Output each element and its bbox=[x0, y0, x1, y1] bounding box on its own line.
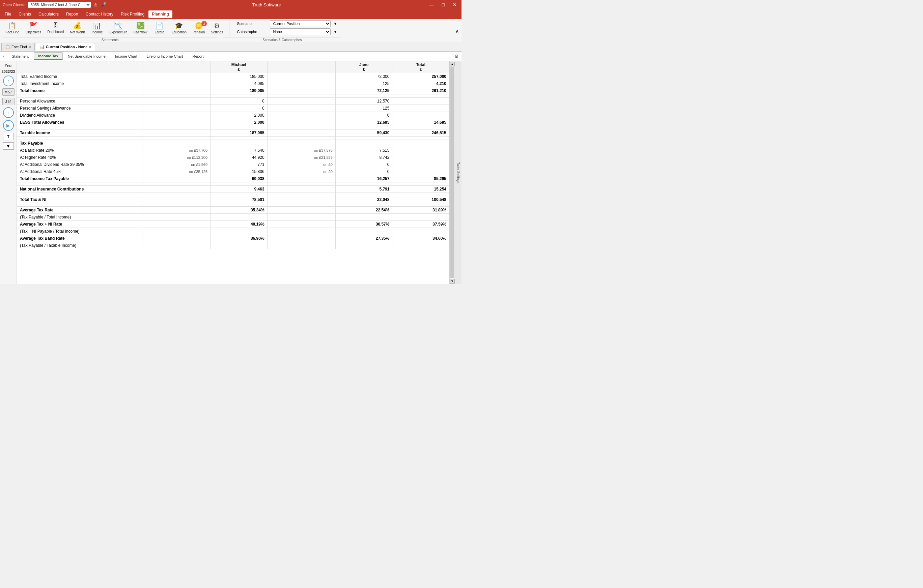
table-row: At Additional Dividend Rate 39.35%on £1,… bbox=[17, 161, 449, 168]
income-label: Income bbox=[92, 30, 103, 34]
maximize-button[interactable]: □ bbox=[440, 2, 447, 8]
menu-item-clients[interactable]: Clients bbox=[15, 10, 34, 18]
tool-income[interactable]: 📊 Income bbox=[89, 20, 106, 35]
header-note bbox=[142, 61, 210, 73]
settings-label: Settings bbox=[211, 30, 223, 34]
sec-tab-lifelong-income[interactable]: Lifelong Income Chart bbox=[142, 52, 187, 60]
current-position-tab-label: Current Position - None bbox=[46, 45, 87, 49]
menu-item-planning[interactable]: Planning bbox=[148, 10, 172, 18]
table-row bbox=[17, 94, 449, 98]
header-total: Total£ bbox=[393, 61, 449, 73]
person-m-badge: M 57 bbox=[2, 88, 15, 96]
current-position-tab-close[interactable]: ✕ bbox=[89, 45, 92, 49]
fact-find-label: Fact Find bbox=[5, 30, 20, 34]
menu-item-file[interactable]: File bbox=[2, 10, 15, 18]
table-row: At Higher Rate 40%on £112,30044,920on £2… bbox=[17, 154, 449, 161]
menu-item-risk-profiling[interactable]: Risk Profiling bbox=[117, 10, 148, 18]
sec-tab-statement[interactable]: Statement bbox=[7, 52, 33, 60]
header-jane: Jane£ bbox=[335, 61, 393, 73]
tool-cashflow[interactable]: 💹 Cashflow bbox=[131, 20, 150, 35]
person-m-age: 57 bbox=[8, 90, 12, 94]
table-row: Average Tax Rate35.34%22.54%31.89% bbox=[17, 207, 449, 214]
table-row: Tax Payable bbox=[17, 140, 449, 147]
table-row bbox=[17, 203, 449, 207]
table-row: (Tax Payable / Total Income) bbox=[17, 214, 449, 221]
tool-objectives[interactable]: 🚩 Objectives bbox=[23, 20, 44, 35]
scroll-down-btn[interactable]: ▼ bbox=[450, 279, 455, 283]
current-position-tab-icon: 📊 bbox=[39, 44, 44, 49]
table-row: Average Tax + NI Rate40.19%30.57%37.59% bbox=[17, 221, 449, 228]
toolbar-collapse-btn[interactable]: ∧ bbox=[455, 28, 459, 34]
close-button[interactable]: ✕ bbox=[451, 2, 459, 8]
table-settings-label: Table Settings bbox=[457, 162, 460, 183]
table-settings-icon[interactable]: ⚙ bbox=[455, 54, 459, 59]
table-row bbox=[17, 136, 449, 140]
dashboard-label: Dashboard bbox=[47, 30, 64, 34]
catastrophe-label: Catastrophe bbox=[237, 29, 267, 34]
table-row: (Tax + NI Payable / Total Income) bbox=[17, 228, 449, 235]
tool-net-worth[interactable]: 💰 Net Worth bbox=[67, 20, 88, 35]
scenario-select[interactable]: Current Position bbox=[270, 20, 331, 27]
header-michael: Michael£ bbox=[210, 61, 268, 73]
client-dropdown[interactable]: 3055: Michael Client & Jane C... bbox=[28, 2, 91, 8]
table-row: At Basic Rate 20%on £37,7007,540on £37,5… bbox=[17, 147, 449, 154]
table-body: Total Earned Income185,00072,000257,000T… bbox=[17, 73, 449, 249]
table-row: Dividend Allowance2,0000 bbox=[17, 112, 449, 119]
net-worth-label: Net Worth bbox=[70, 30, 85, 34]
tool-dashboard[interactable]: 🎛 Dashboard bbox=[44, 20, 66, 35]
net-worth-icon: 💰 bbox=[73, 21, 82, 29]
tool-settings[interactable]: ⚙ Settings bbox=[208, 20, 226, 35]
sec-tab-net-spendable[interactable]: Net Spendable Income bbox=[63, 52, 110, 60]
table-row bbox=[17, 126, 449, 129]
pension-wrapper: 🪙 Pension 2 bbox=[190, 20, 207, 35]
table-row: Total Tax & NI78,50122,048100,548 bbox=[17, 196, 449, 203]
tool-expenditure[interactable]: 📉 Expenditure bbox=[107, 20, 130, 35]
tool-education[interactable]: 🎓 Education bbox=[169, 20, 189, 35]
minimize-button[interactable]: — bbox=[427, 2, 436, 8]
header-note2 bbox=[267, 61, 335, 73]
catastrophe-select[interactable]: None bbox=[270, 28, 331, 35]
tab-current-position[interactable]: 📊 Current Position - None ✕ bbox=[36, 43, 95, 51]
person-j-letter: J bbox=[5, 100, 7, 103]
scroll-up-btn[interactable]: ▲ bbox=[450, 62, 455, 66]
warning-icon: ⚠ bbox=[94, 2, 98, 7]
year-down-button[interactable]: ↓ bbox=[3, 107, 14, 118]
sec-tab-income-chart[interactable]: Income Chart bbox=[111, 52, 142, 60]
table-settings-bar[interactable]: Table Settings bbox=[455, 61, 462, 284]
menu-item-contact-history[interactable]: Contact History bbox=[82, 10, 117, 18]
collapse-button[interactable]: › bbox=[3, 54, 4, 59]
table-row bbox=[17, 193, 449, 196]
table-row: Total Income189,08572,125261,210 bbox=[17, 87, 449, 94]
vertical-scrollbar[interactable]: ▲ ▼ bbox=[449, 61, 455, 284]
title-bar-left: Open Clients: 3055: Michael Client & Jan… bbox=[3, 2, 106, 8]
person-m-letter: M bbox=[5, 90, 7, 94]
menu-bar: File Clients Calculators Report Contact … bbox=[0, 10, 462, 19]
sec-tab-income-tax[interactable]: Income Tax bbox=[34, 52, 63, 60]
secondary-tabs: › Statement Income Tax Net Spendable Inc… bbox=[0, 52, 462, 61]
table-row: At Additional Rate 45%on £35,12515,806on… bbox=[17, 168, 449, 175]
menu-item-calculators[interactable]: Calculators bbox=[35, 10, 62, 18]
statements-section: 📋 Fact Find 🚩 Objectives 🎛 Dashboard 💰 N… bbox=[3, 20, 341, 42]
tab-fact-find[interactable]: 📋 Fact Find ✕ bbox=[2, 43, 35, 51]
year-up-button[interactable]: ↑ bbox=[3, 75, 14, 86]
table-row: Personal Savings Allowance0125 bbox=[17, 105, 449, 112]
tool-fact-find[interactable]: 📋 Fact Find bbox=[3, 20, 22, 35]
toolbar-bottom-labels: Statements Scenarios & Catastrophes bbox=[3, 37, 341, 42]
fact-find-tab-close[interactable]: ✕ bbox=[28, 45, 31, 49]
expenditure-icon: 📉 bbox=[114, 21, 122, 29]
text-button[interactable]: T bbox=[3, 133, 14, 140]
menu-item-report[interactable]: Report bbox=[63, 10, 82, 18]
filter-button[interactable]: ▼ bbox=[3, 142, 14, 150]
table-row: Taxable Income187,08559,430246,515 bbox=[17, 129, 449, 136]
title-bar: Open Clients: 3055: Michael Client & Jan… bbox=[0, 0, 462, 10]
open-clients-label: Open Clients: bbox=[3, 3, 25, 7]
catastrophe-dropdown-icon: ▼ bbox=[333, 29, 337, 34]
sec-tab-report[interactable]: Report bbox=[188, 52, 208, 60]
play-button[interactable]: ▶ bbox=[3, 120, 14, 131]
person-j-age: 54 bbox=[8, 100, 11, 103]
tool-estate[interactable]: 📄 Estate bbox=[151, 20, 168, 35]
year-value: 2022/23 bbox=[2, 69, 15, 74]
table-area: Michael£ Jane£ Total£ Total Earned Incom… bbox=[17, 61, 449, 284]
table-row: Total Earned Income185,00072,000257,000 bbox=[17, 73, 449, 80]
settings-icon: ⚙ bbox=[214, 21, 220, 29]
